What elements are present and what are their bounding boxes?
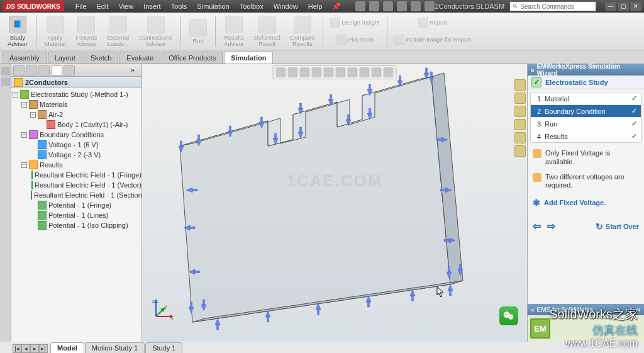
tab-prev-icon[interactable]: ◂ [21,344,30,353]
qat-print-icon[interactable] [397,1,407,11]
close-button[interactable]: ✕ [630,2,641,11]
compare-results-button[interactable]: Compare Results [286,14,318,48]
apply-material-button[interactable]: Apply Material [41,14,70,48]
fp-tab-property[interactable] [26,65,37,76]
qat-save-icon[interactable] [383,1,393,11]
menu-edit[interactable]: Edit [92,3,114,11]
tree-result-plot[interactable]: Resultant Electric Field - 1 (Section) [11,190,142,200]
design-insight-button[interactable]: Design Insight [328,14,382,31]
add-fixed-voltage-link[interactable]: ✱ Add Fixed Voltage. [528,194,644,211]
wizard-step-boundary[interactable]: 2Boundary Condition✓ [531,105,641,118]
tree-result-plot[interactable]: Resultant Electric Field - 1 (Vector) [11,180,142,190]
fp-tab-feature[interactable] [13,65,25,76]
voltage-icon [38,140,47,149]
deformed-result-button[interactable]: Deformed Result [250,14,284,48]
study-advisor-button[interactable]: 📘Study Advisor [4,14,31,48]
tab-simulation[interactable]: Simulation [224,52,273,64]
fixtures-advisor-button[interactable]: Fixtures Advisor [72,14,101,48]
svg-point-17 [511,316,512,317]
plot-icon [38,211,47,220]
graphics-viewport[interactable]: 1CAE.COM [142,64,527,342]
left-task-bar [0,64,11,342]
menu-tools[interactable]: Tools [166,3,192,11]
tree-voltage-1[interactable]: Voltage - 1 (6 V) [11,140,142,150]
external-loads-button[interactable]: External Loads... [103,14,133,48]
search-field[interactable] [520,3,593,10]
deformed-icon [258,16,276,33]
include-image-button[interactable]: Include Image for Report [392,31,474,48]
menu-help[interactable]: Help [303,3,328,11]
wizard-start-over-button[interactable]: ↻ Start Over [596,221,639,232]
svg-point-0 [513,4,516,8]
tree-materials[interactable]: −Materials [11,99,142,109]
bottom-tab-study[interactable]: Study 1 [145,342,182,353]
qat-open-icon[interactable] [369,1,379,11]
ems-panel-header[interactable]: « EMS for SolidWorks _ ✕ [528,304,644,315]
svg-point-16 [509,316,510,317]
wechat-icon [499,306,518,325]
panel-pin-icon[interactable]: » [131,66,140,75]
tree-voltage-2[interactable]: Voltage - 2 (-3 V) [11,150,142,160]
leftbar-icon[interactable] [1,67,10,76]
fixtures-icon [77,16,95,33]
leftbar-icon[interactable] [1,77,10,86]
qat-options-icon[interactable] [425,1,435,11]
wizard-next-button[interactable]: ⇨ [547,220,555,232]
minimize-button[interactable]: — [605,2,616,11]
qat-new-icon[interactable] [355,1,365,11]
tree-boundary-conditions[interactable]: −Boundary Conditions [11,130,142,140]
tree-result-plot[interactable]: Potential - 1 (Iso Clipping) [11,220,142,230]
wizard-back-button[interactable]: ⇦ [533,220,541,232]
fp-tab-display[interactable] [64,65,75,76]
tab-next-icon[interactable]: ▸ [30,344,39,353]
document-name: 2Conductors.SLDASM [435,3,504,10]
plot-icon [31,191,32,199]
fp-tab-study[interactable] [51,65,62,76]
menu-simulation[interactable]: Simulation [192,3,234,11]
menu-view[interactable]: View [114,3,139,11]
tab-sketch[interactable]: Sketch [84,52,119,64]
bottom-tab-model[interactable]: Model [50,342,84,353]
menu-window[interactable]: Window [269,3,303,11]
tab-office-products[interactable]: Office Products [162,52,223,64]
bottom-tab-motion[interactable]: Motion Study 1 [85,342,145,353]
tree-result-plot[interactable]: Resultant Electric Field - 1 (Fringe) [11,170,142,180]
menu-pin-icon[interactable]: 📌 [327,3,346,11]
wizard-step-run[interactable]: 3Run✓ [531,118,641,130]
window-controls: — ▢ ✕ [605,2,641,11]
tree-air[interactable]: −Air-2 [11,109,142,120]
plot-tools-icon [336,35,347,45]
search-commands-input[interactable] [509,1,596,11]
tree-root-label: 2Conductors [25,79,68,86]
tree-study[interactable]: −Electrostatic Study (-Method 1-) [11,89,142,99]
study-icon [20,90,29,99]
run-button[interactable]: Run [186,14,211,48]
results-advisor-button[interactable]: Results Advisor [220,14,248,48]
qat-rebuild-icon[interactable] [411,1,421,11]
tab-evaluate[interactable]: Evaluate [119,52,160,64]
command-manager-tabs: Assembly Layout Sketch Evaluate Office P… [0,50,644,64]
plot-tools-button[interactable]: Plot Tools [328,31,382,48]
wizard-step-results[interactable]: 4Results✓ [531,130,641,142]
connections-advisor-button[interactable]: Connections Advisor [135,14,176,48]
menu-insert[interactable]: Insert [138,3,166,11]
tab-last-icon[interactable]: ▸| [39,344,48,353]
tab-first-icon[interactable]: |◂ [13,344,21,353]
app-brand: SOLIDWORKS [17,3,60,10]
fp-tab-config[interactable] [38,65,50,76]
tab-layout[interactable]: Layout [48,52,82,64]
tree-results[interactable]: −Results [11,160,142,170]
report-button[interactable]: Report [392,14,474,31]
tree-result-plot[interactable]: Potential - 1 (Lines) [11,210,142,220]
wizard-subheader: ✓ Electrostatic Study [528,76,644,89]
tree-result-plot[interactable]: Potential - 1 (Fringe) [11,200,142,210]
plot-icon [38,201,47,210]
wizard-step-material[interactable]: 1Material✓ [531,92,641,105]
add-voltage-icon: ✱ [533,198,540,208]
tab-assembly[interactable]: Assembly [3,52,47,64]
maximize-button[interactable]: ▢ [618,2,629,11]
tree-body[interactable]: Body 1 (Cavity1) (-Air-) [11,120,142,130]
svg-point-14 [505,314,506,315]
menu-toolbox[interactable]: Toolbox [235,3,269,11]
menu-file[interactable]: File [70,3,92,11]
